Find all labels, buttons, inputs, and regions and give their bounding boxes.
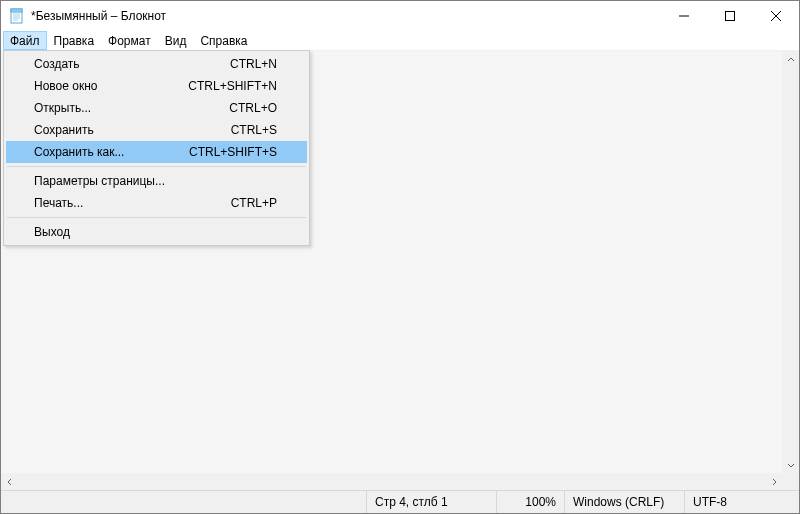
vertical-scroll-track[interactable] xyxy=(782,68,799,456)
menu-help[interactable]: Справка xyxy=(193,31,254,50)
maximize-button[interactable] xyxy=(707,1,753,31)
menu-item-save[interactable]: Сохранить CTRL+S xyxy=(6,119,307,141)
menu-label: Вид xyxy=(165,34,187,48)
scroll-corner xyxy=(782,473,799,490)
menu-item-shortcut: CTRL+O xyxy=(229,101,277,115)
scroll-left-arrow-icon[interactable] xyxy=(1,473,18,490)
status-position-text: Стр 4, стлб 1 xyxy=(375,495,448,509)
menu-label: Формат xyxy=(108,34,151,48)
status-zoom-text: 100% xyxy=(525,495,556,509)
scroll-down-arrow-icon[interactable] xyxy=(782,456,799,473)
menu-label: Файл xyxy=(10,34,40,48)
menu-format[interactable]: Формат xyxy=(101,31,158,50)
status-line-ending-text: Windows (CRLF) xyxy=(573,495,664,509)
scroll-right-arrow-icon[interactable] xyxy=(765,473,782,490)
menu-item-shortcut: CTRL+SHIFT+N xyxy=(188,79,277,93)
menu-item-new[interactable]: Создать CTRL+N xyxy=(6,53,307,75)
menu-item-label: Выход xyxy=(34,225,277,239)
minimize-button[interactable] xyxy=(661,1,707,31)
menu-item-shortcut: CTRL+SHIFT+S xyxy=(189,145,277,159)
menu-edit[interactable]: Правка xyxy=(47,31,102,50)
menubar: Файл Правка Формат Вид Справка xyxy=(1,31,799,51)
status-encoding: UTF-8 xyxy=(684,491,799,513)
menu-item-label: Печать... xyxy=(34,196,231,210)
svg-rect-1 xyxy=(11,9,22,12)
menu-file[interactable]: Файл xyxy=(3,31,47,50)
menu-item-label: Открыть... xyxy=(34,101,229,115)
menu-item-save-as[interactable]: Сохранить как... CTRL+SHIFT+S xyxy=(6,141,307,163)
menu-item-label: Новое окно xyxy=(34,79,188,93)
menu-item-label: Параметры страницы... xyxy=(34,174,277,188)
menu-item-label: Создать xyxy=(34,57,230,71)
menu-view[interactable]: Вид xyxy=(158,31,194,50)
scroll-up-arrow-icon[interactable] xyxy=(782,51,799,68)
menu-item-shortcut: CTRL+P xyxy=(231,196,277,210)
menu-item-label: Сохранить как... xyxy=(34,145,189,159)
menu-separator xyxy=(7,217,306,218)
horizontal-scroll-track[interactable] xyxy=(18,473,765,490)
menu-separator xyxy=(7,166,306,167)
menu-item-page-setup[interactable]: Параметры страницы... xyxy=(6,170,307,192)
menu-item-shortcut: CTRL+S xyxy=(231,123,277,137)
statusbar: Стр 4, стлб 1 100% Windows (CRLF) UTF-8 xyxy=(1,490,799,513)
vertical-scrollbar[interactable] xyxy=(782,51,799,473)
status-encoding-text: UTF-8 xyxy=(693,495,727,509)
close-button[interactable] xyxy=(753,1,799,31)
file-dropdown: Создать CTRL+N Новое окно CTRL+SHIFT+N О… xyxy=(3,50,310,246)
status-zoom: 100% xyxy=(496,491,564,513)
titlebar: *Безымянный – Блокнот xyxy=(1,1,799,31)
horizontal-scrollbar[interactable] xyxy=(1,473,782,490)
menu-label: Правка xyxy=(54,34,95,48)
menu-item-new-window[interactable]: Новое окно CTRL+SHIFT+N xyxy=(6,75,307,97)
status-position: Стр 4, стлб 1 xyxy=(366,491,496,513)
menu-item-shortcut: CTRL+N xyxy=(230,57,277,71)
menu-label: Справка xyxy=(200,34,247,48)
window-title: *Безымянный – Блокнот xyxy=(31,9,166,23)
status-line-ending: Windows (CRLF) xyxy=(564,491,684,513)
status-spacer xyxy=(1,491,366,513)
menu-item-exit[interactable]: Выход xyxy=(6,221,307,243)
app-icon xyxy=(9,8,25,24)
svg-rect-7 xyxy=(726,12,735,21)
menu-item-open[interactable]: Открыть... CTRL+O xyxy=(6,97,307,119)
menu-item-print[interactable]: Печать... CTRL+P xyxy=(6,192,307,214)
menu-item-label: Сохранить xyxy=(34,123,231,137)
